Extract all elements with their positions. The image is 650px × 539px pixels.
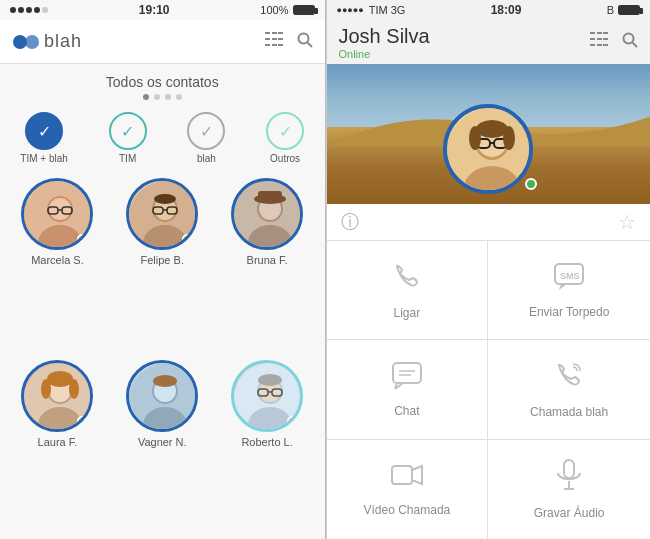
blah-phone-icon	[554, 360, 584, 397]
svg-point-45	[153, 375, 177, 387]
contacts-title: Todos os contatos	[0, 74, 325, 90]
action-video[interactable]: Vídeo Chamada	[327, 440, 489, 539]
contact-bruna[interactable]: Bruna F.	[220, 178, 315, 350]
star-icon[interactable]: ☆	[618, 210, 636, 234]
profile-banner	[327, 64, 651, 204]
action-label-sms: Enviar Torpedo	[529, 305, 610, 319]
left-header-icons	[265, 32, 313, 52]
online-dot-marcela	[77, 234, 87, 244]
contacts-title-area: Todos os contatos	[0, 64, 325, 104]
action-label-chat: Chat	[394, 404, 419, 418]
action-label-video: Vídeo Chamada	[364, 503, 451, 517]
search-icon-right[interactable]	[622, 32, 638, 52]
signal-dots	[10, 7, 48, 13]
time-right: 18:09	[491, 3, 522, 17]
svg-point-16	[49, 198, 71, 220]
filter-icon-tim: ✓	[109, 112, 147, 150]
svg-point-0	[13, 35, 27, 49]
svg-rect-58	[597, 38, 602, 40]
grid-icon-left[interactable]	[265, 32, 283, 52]
contact-marcela[interactable]: Marcela S.	[10, 178, 105, 350]
svg-point-11	[298, 33, 308, 43]
action-call[interactable]: Ligar	[327, 241, 489, 340]
online-dot-roberto	[287, 416, 297, 426]
svg-rect-57	[590, 38, 595, 40]
svg-rect-82	[392, 466, 412, 484]
svg-rect-4	[278, 32, 283, 34]
svg-rect-55	[597, 32, 602, 34]
svg-rect-10	[278, 44, 283, 46]
left-header: blah	[0, 20, 325, 64]
info-icon[interactable]: ⓘ	[341, 210, 359, 234]
contact-name-vagner: Vagner N.	[138, 436, 187, 448]
contact-laura[interactable]: Laura F.	[10, 360, 105, 532]
search-icon-left[interactable]	[297, 32, 313, 52]
svg-rect-61	[597, 44, 602, 46]
page-dots	[0, 94, 325, 100]
right-header-icons	[590, 32, 638, 52]
page-dot-2	[154, 94, 160, 100]
status-bar-right: ●●●●● TIM 3G 18:09 B	[327, 0, 651, 20]
contact-name-felipe: Felipe B.	[141, 254, 184, 266]
grid-icon-right[interactable]	[590, 32, 608, 52]
filter-outros[interactable]: ✓ Outros	[266, 112, 304, 164]
filter-label-tim-blah: TIM + blah	[20, 153, 68, 164]
svg-rect-3	[272, 32, 277, 34]
page-dot-3	[165, 94, 171, 100]
battery-bar-right	[618, 5, 640, 15]
left-panel: 19:10 100% blah	[0, 0, 325, 539]
contact-name-marcela: Marcela S.	[31, 254, 84, 266]
svg-rect-5	[265, 38, 270, 40]
filter-tim[interactable]: ✓ TIM	[109, 112, 147, 164]
battery-right-left: 100%	[260, 4, 314, 16]
contact-felipe[interactable]: Felipe B.	[115, 178, 210, 350]
action-grid: Ligar SMS Enviar Torpedo	[327, 241, 651, 539]
network-type: 3G	[391, 4, 406, 16]
filter-icon-tim-blah: ✓	[25, 112, 63, 150]
svg-rect-7	[278, 38, 283, 40]
svg-line-64	[633, 43, 638, 48]
carrier-name: TIM	[369, 4, 388, 16]
contact-roberto[interactable]: Roberto L.	[220, 360, 315, 532]
svg-rect-56	[603, 32, 608, 34]
svg-point-38	[47, 371, 73, 387]
sms-icon: SMS	[553, 262, 585, 297]
action-label-blah-call: Chamada blah	[530, 405, 608, 419]
logo: blah	[12, 31, 82, 52]
avatar-marcela	[21, 178, 93, 250]
filter-label-outros: Outros	[270, 153, 300, 164]
contact-name-roberto: Roberto L.	[241, 436, 292, 448]
filter-label-tim: TIM	[119, 153, 136, 164]
battery-percent-left: 100%	[260, 4, 288, 16]
page-dot-1	[143, 94, 149, 100]
video-icon	[390, 462, 424, 495]
logo-text: blah	[44, 31, 82, 52]
filter-label-blah: blah	[197, 153, 216, 164]
profile-avatar	[443, 104, 533, 194]
svg-point-75	[469, 126, 481, 150]
filter-tim-blah[interactable]: ✓ TIM + blah	[20, 112, 68, 164]
filter-blah[interactable]: ✓ blah	[187, 112, 225, 164]
action-audio[interactable]: Gravar Áudio	[488, 440, 650, 539]
battery-bar-left	[293, 5, 315, 15]
contact-vagner[interactable]: Vagner N.	[115, 360, 210, 532]
phone-icon	[392, 261, 422, 298]
status-bar-left: 19:10 100%	[0, 0, 325, 20]
svg-point-63	[624, 34, 634, 44]
mic-icon	[556, 459, 582, 498]
svg-point-40	[69, 379, 79, 399]
svg-rect-59	[603, 38, 608, 40]
action-chat[interactable]: Chat	[327, 340, 489, 439]
svg-text:SMS: SMS	[560, 271, 580, 281]
action-blah-call[interactable]: Chamada blah	[488, 340, 650, 439]
online-dot-felipe	[182, 234, 192, 244]
avatar-felipe	[126, 178, 198, 250]
online-dot-laura	[77, 416, 87, 426]
svg-rect-8	[265, 44, 270, 46]
action-label-audio: Gravar Áudio	[534, 506, 605, 520]
filter-icon-outros: ✓	[266, 112, 304, 150]
action-sms[interactable]: SMS Enviar Torpedo	[488, 241, 650, 340]
contact-name-bruna: Bruna F.	[247, 254, 288, 266]
profile-info-bar: ⓘ ☆	[327, 204, 651, 241]
svg-rect-83	[564, 460, 574, 478]
